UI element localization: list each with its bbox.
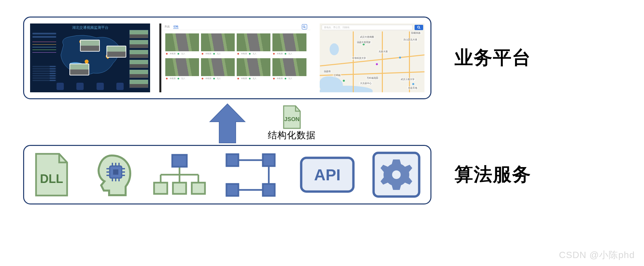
algo-service-label: 算法服务 (455, 162, 531, 187)
map-poi: 武汉工程大学 (400, 78, 415, 81)
algo-service-row: DLL (23, 145, 531, 204)
gallery-card: 未检测无人 (237, 33, 270, 56)
dashboard-line-chart (32, 40, 56, 56)
map-poi: 洪山区北大道 (403, 38, 418, 41)
map-poi: 汤逊大道高架 (356, 41, 371, 44)
dll-file-icon: DLL (33, 153, 70, 197)
dashboard-left-bars (32, 31, 56, 39)
middle-connector: JSON 结构化数据 (23, 103, 431, 146)
map-poi: 武汉大道商圈 (359, 35, 375, 39)
camera-thumb (69, 64, 89, 75)
gallery-card: 未检测无人 (237, 58, 270, 81)
svg-line-1 (305, 27, 305, 28)
svg-rect-6 (113, 169, 118, 175)
map-screenshot: 搜地点、查公交、找路线 防晒东路 汤逊湖 三环线 光谷大道 武汉大道商圈 汤逊大… (320, 23, 424, 92)
map-poi: 汤逊湖 (323, 70, 331, 73)
algo-service-panel: DLL (23, 145, 431, 204)
structured-data-label: 结构化数据 (268, 129, 316, 142)
svg-line-3 (419, 28, 420, 29)
json-file-icon: JSON (282, 105, 302, 129)
svg-point-2 (418, 26, 420, 28)
map-poi: 大光谷中心 (359, 82, 372, 85)
map-poi: 三环线 (333, 74, 341, 77)
gallery-card: 未检测无人 (272, 58, 306, 81)
dll-file-label: DLL (40, 172, 63, 186)
gallery-card: 未检测无人 (165, 58, 199, 81)
map-search-button (415, 25, 423, 30)
watermark: CSDN @小陈phd (559, 249, 635, 261)
svg-rect-33 (263, 184, 275, 196)
map-poi: 中华科技大学 (351, 57, 367, 60)
dashboard-left-list (32, 65, 56, 82)
gallery-tab: 缩略 (173, 25, 179, 29)
json-file-label: JSON (284, 116, 299, 122)
gallery-card: 未检测无人 (272, 33, 306, 56)
svg-point-0 (303, 25, 305, 27)
svg-marker-4 (210, 104, 245, 143)
gallery-topbar: 列表 缩略 (161, 23, 310, 30)
svg-rect-34 (226, 184, 238, 196)
gallery-card: 未检测无人 (201, 58, 235, 81)
ai-head-chip-icon (86, 152, 136, 198)
search-icon (302, 24, 307, 29)
map-poi: 光谷大道 (378, 50, 388, 53)
svg-rect-32 (263, 154, 275, 166)
gallery-card: 未检测无人 (201, 33, 235, 56)
business-platform-panel: 湖北交通视频监测平台 (23, 17, 431, 99)
map-poi: 万科城花园 (366, 76, 379, 80)
api-box-icon: API (299, 156, 355, 194)
dashboard-bottom-icons (50, 83, 130, 91)
svg-rect-27 (192, 183, 205, 194)
dashboard-right-thumbs (129, 28, 148, 89)
svg-point-37 (392, 170, 401, 179)
business-platform-row: 湖北交通视频监测平台 (23, 17, 531, 99)
gallery-screenshot: 列表 缩略 未检测无人 未检测无人 未检测无人 未检测无人 未检测无人 未检测无… (159, 23, 310, 92)
gallery-grid: 未检测无人 未检测无人 未检测无人 未检测无人 未检测无人 未检测无人 未检测无… (161, 30, 310, 84)
gallery-card: 未检测无人 (165, 33, 199, 56)
map-search-input: 搜地点、查公交、找路线 (322, 25, 413, 30)
svg-rect-25 (154, 183, 167, 194)
map-poi: 光谷天地 (407, 86, 418, 90)
business-platform-label: 业务平台 (455, 45, 531, 70)
api-box-label: API (314, 166, 341, 184)
svg-rect-31 (226, 154, 238, 166)
gear-settings-icon (372, 152, 421, 198)
camera-thumb (106, 46, 126, 58)
dashboard-screenshot: 湖北交通视频监测平台 (30, 23, 150, 92)
tree-hierarchy-icon (151, 152, 208, 198)
map-poi: 防晒东路 (411, 31, 421, 35)
process-flow-icon (224, 152, 283, 198)
gallery-tab: 列表 (165, 25, 170, 28)
structured-data-group: JSON 结构化数据 (268, 105, 316, 142)
up-arrow-icon (206, 103, 249, 147)
svg-rect-24 (172, 155, 187, 167)
svg-rect-26 (173, 183, 186, 194)
camera-thumb (80, 40, 100, 52)
